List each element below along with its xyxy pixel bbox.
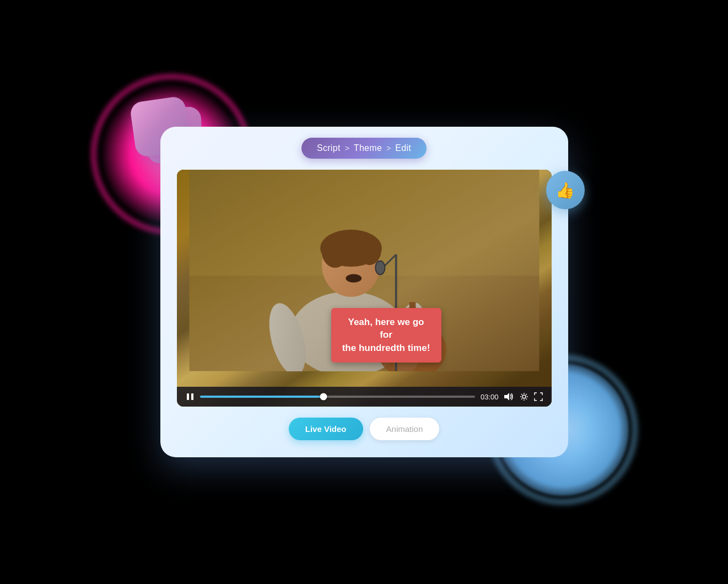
video-player: Yeah, here we go for the hundredth time!	[177, 170, 552, 407]
progress-bar[interactable]	[200, 396, 475, 398]
video-controls[interactable]: 03:00	[177, 387, 552, 407]
svg-point-21	[522, 395, 526, 398]
pause-button[interactable]	[186, 392, 195, 401]
progress-thumb[interactable]	[320, 393, 327, 401]
progress-fill	[200, 396, 324, 398]
live-video-button[interactable]: Live Video	[289, 418, 363, 440]
video-subtitle: Yeah, here we go for the hundredth time!	[331, 308, 441, 363]
volume-button[interactable]	[504, 393, 514, 401]
scene: Script > Theme > Edit	[116, 72, 612, 512]
settings-button[interactable]	[520, 392, 529, 401]
svg-rect-18	[187, 393, 189, 400]
breadcrumb[interactable]: Script > Theme > Edit	[301, 138, 427, 159]
svg-point-6	[322, 236, 348, 268]
video-frame: Yeah, here we go for the hundredth time!	[177, 170, 552, 407]
breadcrumb-theme[interactable]: Theme	[354, 143, 382, 153]
svg-point-7	[358, 235, 381, 265]
svg-point-8	[346, 274, 362, 282]
svg-rect-19	[191, 393, 193, 400]
breadcrumb-sep-2: >	[386, 144, 391, 153]
svg-marker-20	[504, 393, 509, 401]
breadcrumb-sep-1: >	[345, 144, 349, 153]
thumbs-up-icon: 👍	[556, 181, 575, 199]
breadcrumb-script[interactable]: Script	[317, 143, 341, 153]
svg-point-17	[376, 261, 384, 274]
time-display: 03:00	[481, 393, 499, 401]
fullscreen-button[interactable]	[534, 392, 543, 401]
video-type-buttons: Live Video Animation	[289, 418, 439, 440]
thumbs-up-badge: 👍	[546, 171, 585, 209]
animation-button[interactable]: Animation	[370, 418, 440, 440]
breadcrumb-edit[interactable]: Edit	[395, 143, 411, 153]
main-card: Script > Theme > Edit	[160, 127, 568, 457]
